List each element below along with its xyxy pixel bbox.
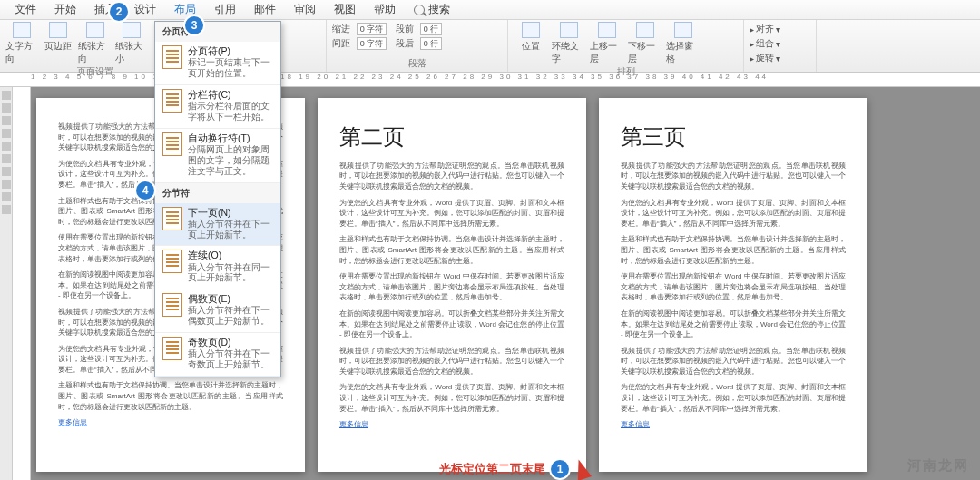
body-text: 为使您的文档具有专业外观，Word 提供了页眉、页脚、封面和文本框设计，这些设计…	[339, 198, 564, 230]
tool-icon[interactable]	[2, 154, 11, 163]
even-page-icon	[162, 293, 182, 317]
tool-icon[interactable]	[2, 142, 11, 151]
badge-4: 4	[136, 181, 154, 200]
btn-selection-pane[interactable]: 选择窗格	[666, 22, 701, 65]
btn-margins[interactable]: 页边距	[42, 22, 74, 53]
menu-tabs: 文件 开始 插入 设计 布局 引用 邮件 审阅 视图 帮助 搜索	[0, 0, 980, 20]
margins-icon	[49, 22, 67, 38]
link[interactable]: 更多信息	[339, 420, 368, 428]
btn-wrap[interactable]: 环绕文字	[552, 22, 586, 65]
group-arrange-label: 排列	[514, 65, 738, 80]
dd-item-continuous[interactable]: 连续(O)插入分节符并在同一页上开始新节。	[155, 246, 280, 289]
wrap-icon	[560, 22, 578, 38]
tab-references[interactable]: 引用	[205, 0, 245, 20]
body-text: 主题和样式也有助于文档保持协调。当您单击设计并选择新的主题时，图片、图表或 Sm…	[621, 234, 846, 266]
btn-forward[interactable]: 上移一层	[590, 22, 624, 65]
body-text: 视频提供了功能强大的方法帮助您证明您的观点。当您单击联机视频时，可以在想要添加的…	[621, 161, 846, 192]
btn-backward[interactable]: 下移一层	[628, 22, 662, 65]
backward-icon	[636, 22, 654, 38]
tool-icon[interactable]	[2, 103, 11, 113]
body-text: 主题和样式也有助于文档保持协调。当您单击设计并选择新的主题时，图片、图表或 Sm…	[339, 234, 564, 266]
indent-left-value[interactable]: 0 字符	[357, 23, 387, 35]
dd-item-column-break[interactable]: 分栏符(C)指示分栏符后面的文字将从下一栏开始。	[155, 85, 280, 129]
search-placeholder: 搜索	[428, 2, 450, 17]
badge-2: 2	[110, 3, 128, 21]
search-box[interactable]: 搜索	[405, 0, 459, 20]
link[interactable]: 更多信息	[621, 420, 650, 428]
tool-icon[interactable]	[2, 192, 11, 201]
indent-right-value[interactable]: 0 字符	[357, 37, 387, 50]
text-direction-icon	[13, 22, 31, 38]
dd-item-page-break[interactable]: 分页符(P)标记一页结束与下一页开始的位置。	[155, 42, 280, 85]
dd-item-odd-page[interactable]: 奇数页(D)插入分节符并在下一奇数页上开始新节。	[155, 333, 280, 377]
size-icon	[122, 22, 141, 38]
page-title: 第三页	[621, 122, 846, 153]
tab-home[interactable]: 开始	[45, 0, 85, 20]
tab-design[interactable]: 设计	[125, 0, 165, 20]
orientation-icon	[86, 22, 104, 38]
selection-pane-icon	[674, 22, 692, 38]
btn-group[interactable]: ▸ 组合 ▾	[750, 36, 810, 51]
ruler-vertical[interactable]	[13, 87, 31, 480]
dd-item-text-wrap[interactable]: 自动换行符(T)分隔网页上的对象周围的文字，如分隔题注文字与正文。	[155, 129, 280, 183]
dd-item-even-page[interactable]: 偶数页(E)插入分节符并在下一偶数页上开始新节。	[155, 289, 280, 333]
body-text: 使用在需要位置出现的新按钮在 Word 中保存时间。若要更改图片适应文档的方式，…	[339, 271, 564, 303]
page-2[interactable]: 第二页 视频提供了功能强大的方法帮助您证明您的观点。当您单击联机视频时，可以在想…	[318, 98, 586, 472]
annotation-cursor: 光标定位第二页末尾 1	[439, 459, 589, 479]
spacing-before-label: 段前	[396, 23, 414, 35]
forward-icon	[598, 22, 616, 38]
body-text: 视频提供了功能强大的方法帮助您证明您的观点。当您单击联机视频时，可以在想要添加的…	[339, 346, 564, 377]
tool-icon[interactable]	[2, 180, 11, 189]
tool-icon[interactable]	[2, 116, 11, 125]
position-icon	[522, 22, 540, 38]
tab-mailings[interactable]: 邮件	[245, 0, 285, 20]
tool-icon[interactable]	[2, 129, 11, 138]
indent-left-label: 缩进	[332, 23, 350, 35]
dd-section-sectionbreaks: 分节符	[155, 183, 280, 203]
document-workspace: 视频提供了功能强大的方法帮助您证明您的观点。当您单击联机视频时，可以在想要添加的…	[0, 87, 980, 480]
continuous-icon	[162, 250, 182, 273]
page-break-icon	[162, 45, 182, 69]
column-break-icon	[162, 89, 182, 113]
group-paragraph-label: 段落	[332, 57, 502, 72]
body-text: 视频提供了功能强大的方法帮助您证明您的观点。当您单击联机视频时，可以在想要添加的…	[339, 161, 564, 192]
btn-size[interactable]: 纸张大小	[115, 22, 148, 65]
breaks-dropdown: 分页符 分页符(P)标记一页结束与下一页开始的位置。 分栏符(C)指示分栏符后面…	[154, 21, 281, 377]
text-wrap-icon	[162, 132, 182, 156]
tool-icon[interactable]	[2, 91, 11, 100]
indent-right-label: 间距	[332, 37, 350, 50]
body-text: 为使您的文档具有专业外观，Word 提供了页眉、页脚、封面和文本框设计，这些设计…	[621, 198, 846, 230]
btn-align[interactable]: ▸ 对齐 ▾	[750, 22, 810, 36]
body-text: 在新的阅读视图中阅读更加容易。可以折叠文档某些部分并关注所需文本。如果在达到结尾…	[621, 309, 846, 340]
spacing-after-label: 段后	[396, 37, 414, 50]
arrow-icon	[572, 457, 592, 480]
page-3[interactable]: 第三页 视频提供了功能强大的方法帮助您证明您的观点。当您单击联机视频时，可以在想…	[599, 98, 867, 472]
tool-icon[interactable]	[2, 167, 11, 176]
body-text: 使用在需要位置出现的新按钮在 Word 中保存时间。若要更改图片适应文档的方式，…	[621, 271, 846, 303]
cursor-note-text: 光标定位第二页末尾	[439, 461, 545, 477]
btn-position[interactable]: 位置	[514, 22, 548, 53]
tab-view[interactable]: 视图	[325, 0, 365, 20]
next-page-icon	[162, 207, 182, 230]
badge-3: 3	[185, 16, 203, 34]
tab-file[interactable]: 文件	[5, 0, 45, 20]
dd-item-next-page[interactable]: 下一页(N)插入分节符并在下一页上开始新节。	[155, 203, 280, 247]
body-text: 在新的阅读视图中阅读更加容易。可以折叠文档某些部分并关注所需文本。如果在达到结尾…	[339, 309, 564, 340]
ribbon-layout: 文字方向 页边距 纸张方向 纸张大小 栏 页面设置 ▸ 分隔符 ▾ ▸ 行号 ▾…	[0, 20, 980, 73]
tool-icon[interactable]	[2, 205, 11, 214]
btn-text-direction[interactable]: 文字方向	[5, 22, 38, 65]
watermark: 河南龙网	[907, 457, 969, 475]
btn-rotate[interactable]: ▸ 旋转 ▾	[750, 51, 810, 65]
body-text: 主题和样式也有助于文档保持协调。当您单击设计并选择新的主题时，图片、图表或 Sm…	[58, 380, 283, 412]
odd-page-icon	[162, 337, 182, 360]
link[interactable]: 更多信息	[58, 418, 87, 426]
tab-help[interactable]: 帮助	[365, 0, 405, 20]
btn-orientation[interactable]: 纸张方向	[78, 22, 111, 65]
page-title: 第二页	[339, 122, 564, 153]
tab-review[interactable]: 审阅	[285, 0, 325, 20]
dd-section-pagebreaks: 分页符	[155, 22, 280, 42]
body-text: 为使您的文档具有专业外观，Word 提供了页眉、页脚、封面和文本框设计，这些设计…	[339, 382, 564, 414]
spacing-before-value[interactable]: 0 行	[420, 23, 443, 35]
spacing-after-value[interactable]: 0 行	[420, 37, 443, 50]
body-text: 为使您的文档具有专业外观，Word 提供了页眉、页脚、封面和文本框设计，这些设计…	[621, 382, 846, 414]
